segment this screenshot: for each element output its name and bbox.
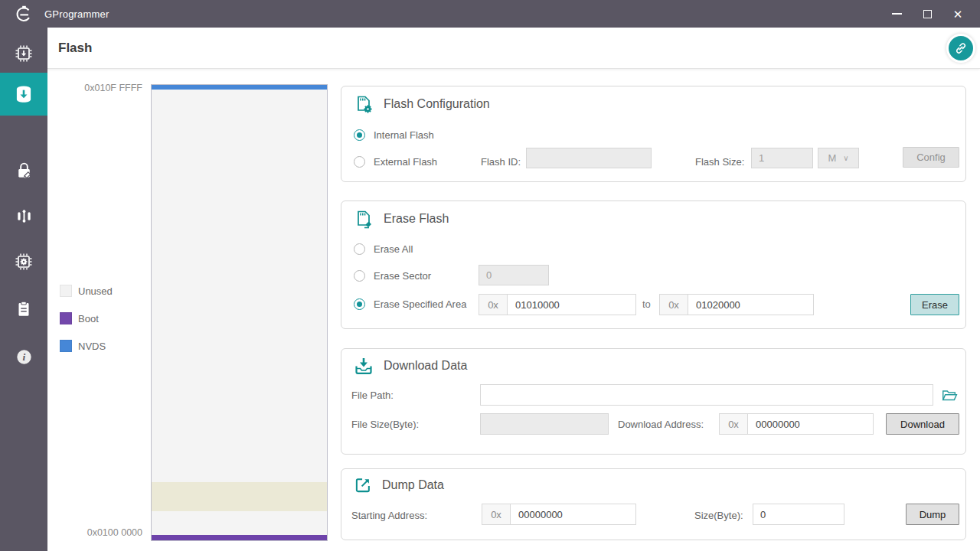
erase-all-radio[interactable]: Erase All [354,243,413,255]
flash-id-input[interactable] [526,148,652,168]
maximize-icon [923,10,932,18]
size-byte-input[interactable] [753,504,844,525]
flash-config-icon [354,94,374,114]
chevron-down-icon: ∨ [843,154,848,162]
dump-data-title: Dump Data [382,478,444,492]
hex-prefix: 0x [482,504,511,524]
legend-label-boot: Boot [78,313,99,324]
dump-button[interactable]: Dump [906,504,959,525]
erase-sector-radio[interactable]: Erase Sector [354,270,431,282]
close-button[interactable]: ✕ [946,4,969,24]
memory-region-boot [152,535,327,540]
erase-area-from-group: 0x [479,294,636,315]
download-address-label: Download Address: [618,419,704,430]
memory-region-nvds [152,85,327,90]
legend-item-nvds: NVDS [60,340,106,352]
internal-flash-label: Internal Flash [374,129,434,141]
page-header: Flash [47,28,980,69]
internal-flash-radio[interactable]: Internal Flash [354,129,434,141]
browse-file-button[interactable] [940,386,959,404]
sidebar-item-about[interactable]: i [0,335,47,378]
erase-sector-label: Erase Sector [374,270,431,282]
starting-address-group: 0x [482,504,636,525]
legend-swatch-nvds [60,340,72,352]
to-label: to [642,298,651,310]
file-size-input[interactable] [480,413,609,435]
legend-item-boot: Boot [60,312,99,324]
erase-sector-input[interactable] [479,265,549,285]
sidebar: i [0,28,47,551]
download-address-group: 0x [719,413,874,435]
app-title: GProgrammer [44,8,109,20]
hex-prefix: 0x [660,295,688,315]
flash-storage-icon [12,83,35,106]
erase-area-from-input[interactable] [508,295,635,315]
radio-unselected-icon [354,156,365,168]
erase-area-to-input[interactable] [688,295,813,315]
close-icon: ✕ [953,8,963,20]
legend-item-unused: Unused [60,285,113,297]
config-button[interactable]: Config [903,147,959,168]
erase-specified-area-radio[interactable]: Erase Specified Area [354,298,466,310]
flash-id-label: Flash ID: [481,156,521,168]
flash-size-input[interactable] [751,148,813,168]
memory-map-bar [151,84,328,541]
download-button[interactable]: Download [886,413,959,435]
size-byte-label: Size(Byte): [694,510,743,521]
app-logo-icon [14,4,34,24]
sidebar-item-firmware[interactable] [0,32,47,75]
radio-selected-icon [354,129,365,141]
minimize-icon [892,13,902,15]
sidebar-item-connection[interactable] [0,194,47,237]
starting-address-label: Starting Address: [351,510,427,521]
dump-data-icon [354,476,372,494]
window-controls: ✕ [885,4,980,24]
starting-address-input[interactable] [511,504,635,524]
svg-text:i: i [22,351,25,363]
sidebar-item-encrypt-sign[interactable] [0,148,47,191]
minimize-button[interactable] [885,4,908,24]
memory-bottom-address: 0x0100 0000 [51,527,142,538]
flash-size-label: Flash Size: [695,156,744,168]
erase-area-to-group: 0x [659,294,814,315]
legend-swatch-boot [60,312,72,324]
radio-selected-icon [354,298,365,310]
link-icon [953,41,969,56]
erase-flash-panel: Erase Flash Erase All Erase Sector Erase… [341,201,966,329]
connect-link-button[interactable] [946,34,975,63]
file-path-label: File Path: [351,390,394,401]
external-flash-radio[interactable]: External Flash [354,156,437,168]
legend-label-nvds: NVDS [78,341,106,352]
legend-label-unused: Unused [78,285,113,297]
title-bar: GProgrammer ✕ [0,0,980,28]
connector-icon [14,206,34,227]
flash-configuration-title: Flash Configuration [384,97,490,111]
clipboard-icon [14,299,34,319]
flash-configuration-panel: Flash Configuration Internal Flash Exter… [341,86,966,182]
sidebar-item-flash[interactable] [0,73,47,116]
download-address-input[interactable] [748,414,873,434]
sidebar-item-device-log[interactable] [0,288,47,331]
chip-gear-icon [13,251,34,272]
flash-size-unit-dropdown[interactable]: M ∨ [818,148,859,168]
page-title: Flash [58,41,92,56]
maximize-button[interactable] [916,4,939,24]
erase-button[interactable]: Erase [910,294,959,315]
erase-all-label: Erase All [374,243,413,255]
sidebar-item-chip-config[interactable] [0,240,47,283]
info-icon: i [14,347,34,367]
erase-flash-title: Erase Flash [384,212,449,226]
download-data-icon [354,356,374,376]
file-path-input[interactable] [480,384,933,406]
legend-swatch-unused [60,285,72,297]
radio-unselected-icon [354,243,365,255]
erase-specified-area-label: Erase Specified Area [374,298,466,310]
radio-unselected-icon [354,270,365,282]
hex-prefix: 0x [479,295,508,315]
flash-size-unit-value: M [828,152,836,164]
hex-prefix: 0x [720,414,748,434]
dump-data-panel: Dump Data Starting Address: 0x Size(Byte… [341,468,966,540]
folder-open-icon [941,386,958,403]
memory-region-erase-selection [152,482,327,511]
external-flash-label: External Flash [374,156,437,168]
